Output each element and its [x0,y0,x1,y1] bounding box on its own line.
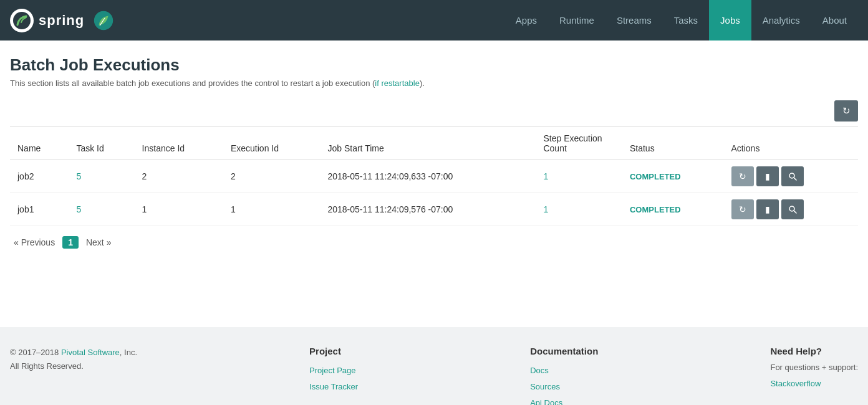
main-nav: Apps Runtime Streams Tasks Jobs Analytic… [504,0,858,40]
cell-status: COMPLETED [622,193,724,226]
cell-execution-id: 1 [223,193,321,226]
prev-page-link[interactable]: « Previous [10,236,59,249]
cell-actions: ↻ ▮ [724,160,859,193]
nav-apps[interactable]: Apps [504,0,548,40]
svg-point-2 [789,173,794,178]
logo-icon [10,9,34,32]
cell-status: COMPLETED [622,160,724,193]
view-button[interactable] [781,166,804,186]
cell-step-exec-count: 1 [536,193,622,226]
next-page-link[interactable]: Next » [82,236,115,249]
view-button[interactable] [781,199,804,219]
cell-task-id: 5 [69,193,134,226]
docs-heading: Documentation [530,346,598,356]
step-count-link[interactable]: 1 [543,171,548,181]
footer-project: Project Project Page Issue Tracker [309,346,358,405]
col-job-start-time: Job Start Time [320,127,536,160]
cell-execution-id: 2 [223,160,321,193]
nav-about[interactable]: About [811,0,858,40]
footer: © 2017–2018 Pivotal Software, Inc. All R… [0,327,868,405]
col-task-id: Task Id [69,127,134,160]
col-step-exec-count: Step Execution Count [536,127,622,160]
executions-table: Name Task Id Instance Id Execution Id Jo… [10,126,858,226]
page-title: Batch Job Executions [10,55,858,75]
col-status: Status [622,127,724,160]
project-heading: Project [309,346,358,356]
col-execution-id: Execution Id [223,127,321,160]
task-id-link[interactable]: 5 [76,171,81,181]
footer-copyright: © 2017–2018 Pivotal Software, Inc. All R… [10,346,137,405]
refresh-button[interactable]: ↻ [834,100,858,122]
table-row: job2 5 2 2 2018-05-11 11:24:09,633 -07:0… [10,160,858,193]
footer-docs: Documentation Docs Sources Api Docs [530,346,598,405]
table-row: job1 5 1 1 2018-05-11 11:24:09,576 -07:0… [10,193,858,226]
current-page: 1 [62,236,79,249]
cell-job-start-time: 2018-05-11 11:24:09,576 -07:00 [320,193,536,226]
logo-area: spring [10,9,115,32]
action-buttons: ↻ ▮ [731,166,851,186]
nav-streams[interactable]: Streams [605,0,663,40]
page-subtitle: This section lists all available batch j… [10,79,858,88]
brand-name: spring [39,12,84,29]
task-id-link[interactable]: 5 [76,204,81,214]
api-docs-link[interactable]: Api Docs [530,395,598,405]
svg-line-3 [794,178,796,181]
col-name: Name [10,127,69,160]
footer-inner: © 2017–2018 Pivotal Software, Inc. All R… [10,346,858,405]
cell-instance-id: 2 [135,160,223,193]
main-content: Batch Job Executions This section lists … [0,40,868,302]
table-header-row: Name Task Id Instance Id Execution Id Jo… [10,127,858,160]
nav-tasks[interactable]: Tasks [663,0,709,40]
leaf-icon [92,9,115,32]
pagination: « Previous 1 Next » [10,236,858,249]
restart-button[interactable]: ↻ [731,166,754,186]
status-badge: COMPLETED [630,172,681,181]
action-buttons: ↻ ▮ [731,199,851,219]
issue-tracker-link[interactable]: Issue Tracker [309,379,358,395]
docs-link[interactable]: Docs [530,363,598,379]
nav-analytics[interactable]: Analytics [751,0,811,40]
search-icon [788,172,797,181]
cell-job-start-time: 2018-05-11 11:24:09,633 -07:00 [320,160,536,193]
search-icon [788,205,797,214]
stackoverflow-link[interactable]: Stackoverflow [770,376,858,392]
status-badge: COMPLETED [630,205,681,214]
col-actions: Actions [724,127,859,160]
cell-instance-id: 1 [135,193,223,226]
cell-task-id: 5 [69,160,134,193]
footer-help: Need Help? For questions + support: Stac… [770,346,858,405]
step-count-link[interactable]: 1 [543,204,548,214]
cell-name: job2 [10,160,69,193]
cell-name: job1 [10,193,69,226]
col-instance-id: Instance Id [135,127,223,160]
nav-jobs[interactable]: Jobs [709,0,751,40]
help-heading: Need Help? [770,346,858,356]
pivotal-link[interactable]: Pivotal Software [61,348,120,357]
project-page-link[interactable]: Project Page [309,363,358,379]
toolbar: ↻ [10,100,858,122]
svg-point-4 [789,206,794,211]
sources-link[interactable]: Sources [530,379,598,395]
stop-button[interactable]: ▮ [756,166,779,186]
restartable-link[interactable]: if restartable [375,79,420,88]
header: spring Apps Runtime Streams Tasks Jobs A… [0,0,868,40]
refresh-icon: ↻ [842,105,851,117]
stop-button[interactable]: ▮ [756,199,779,219]
cell-step-exec-count: 1 [536,160,622,193]
help-text: For questions + support: [770,363,858,372]
cell-actions: ↻ ▮ [724,193,859,226]
nav-runtime[interactable]: Runtime [548,0,605,40]
restart-button[interactable]: ↻ [731,199,754,219]
svg-line-5 [794,211,796,214]
